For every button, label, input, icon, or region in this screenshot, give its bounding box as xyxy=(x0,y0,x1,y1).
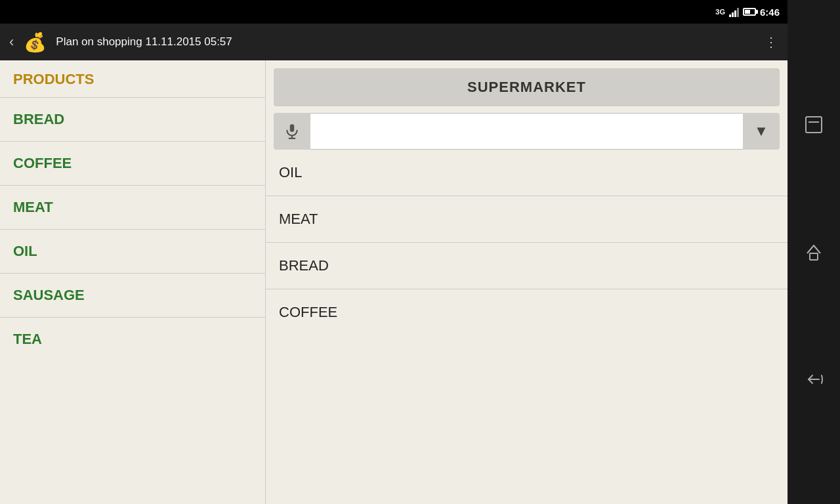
network-indicator: 3G xyxy=(715,8,725,16)
nav-bar xyxy=(788,0,840,504)
product-item-coffee[interactable]: COFFEE xyxy=(0,142,265,186)
svg-rect-0 xyxy=(290,124,295,132)
more-options-button[interactable]: ⋮ xyxy=(765,34,778,50)
products-heading: PRODUCTS xyxy=(0,60,265,98)
search-input[interactable] xyxy=(310,113,743,150)
dropdown-item-bread[interactable]: BREAD xyxy=(266,243,788,289)
time-display: 6:46 xyxy=(760,7,780,18)
dropdown-item-coffee[interactable]: COFFEE xyxy=(266,289,788,335)
product-item-oil[interactable]: OIL xyxy=(0,230,265,274)
store-button[interactable]: SUPERMARKET xyxy=(274,68,780,106)
dropdown-arrow-icon: ▼ xyxy=(754,123,768,140)
app-icon: 💰 xyxy=(22,29,48,55)
product-item-meat[interactable]: MEAT xyxy=(0,186,265,230)
svg-rect-5 xyxy=(810,253,818,260)
back-button[interactable]: ‹ xyxy=(9,33,14,51)
home-icon xyxy=(803,242,824,262)
battery-icon xyxy=(743,8,756,16)
store-panel: SUPERMARKET ▼ OIL MEAT B xyxy=(266,60,788,504)
dropdown-item-oil[interactable]: OIL xyxy=(266,150,788,196)
dropdown-button[interactable]: ▼ xyxy=(743,113,780,150)
mic-button[interactable] xyxy=(274,113,310,150)
mic-icon xyxy=(284,123,301,140)
app-header: ‹ 💰 Plan on shopping 11.11.2015 05:57 ⋮ xyxy=(0,24,788,60)
product-item-tea[interactable]: TEA xyxy=(0,318,265,357)
product-item-sausage[interactable]: SAUSAGE xyxy=(0,274,265,318)
home-button[interactable] xyxy=(798,236,830,268)
main-content: PRODUCTS BREAD COFFEE MEAT OIL SAUSAGE T… xyxy=(0,60,788,504)
recent-apps-icon xyxy=(803,114,824,135)
svg-rect-3 xyxy=(806,117,822,133)
back-icon xyxy=(803,369,824,390)
dropdown-item-meat[interactable]: MEAT xyxy=(266,196,788,243)
dropdown-list: OIL MEAT BREAD COFFEE xyxy=(266,150,788,504)
product-item-bread[interactable]: BREAD xyxy=(0,98,265,142)
status-bar: 3G 6:46 xyxy=(0,0,788,24)
back-nav-button[interactable] xyxy=(798,364,830,395)
products-panel: PRODUCTS BREAD COFFEE MEAT OIL SAUSAGE T… xyxy=(0,60,266,504)
signal-icon xyxy=(729,7,739,17)
app-title: Plan on shopping 11.11.2015 05:57 xyxy=(56,35,757,49)
recent-apps-button[interactable] xyxy=(798,109,830,140)
search-row: ▼ xyxy=(274,113,780,150)
